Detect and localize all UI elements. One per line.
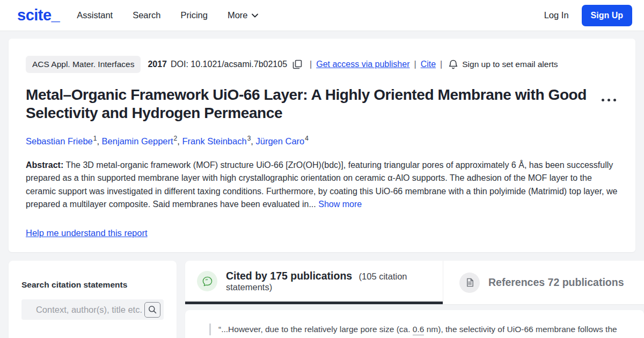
tab-cited-by[interactable]: ” Cited by 175 publications (105 citatio… <box>185 261 443 304</box>
get-access-link[interactable]: Get access via publisher <box>316 60 409 69</box>
author-link[interactable]: Sebastian Friebe <box>26 136 93 146</box>
cite-link[interactable]: Cite <box>421 60 436 69</box>
nav-links: Assistant Search Pricing More <box>77 10 258 20</box>
bell-icon[interactable] <box>449 60 458 70</box>
help-understand-report-link[interactable]: Help me understand this report <box>26 228 148 238</box>
citations-tab-bar: ” Cited by 175 publications (105 citatio… <box>185 261 644 304</box>
citation-search-box <box>21 299 164 320</box>
scite-logo[interactable]: scite_ <box>17 6 60 24</box>
copy-doi-icon[interactable] <box>292 60 302 69</box>
document-icon <box>459 273 480 293</box>
nav-item-assistant[interactable]: Assistant <box>77 10 113 20</box>
citation-statement-card: “...However, due to the relatively large… <box>185 310 644 338</box>
author-link[interactable]: Frank Steinbach <box>182 136 246 146</box>
search-citation-panel: Search citation statements <box>9 261 177 338</box>
login-button[interactable]: Log In <box>544 10 569 20</box>
citation-search-input[interactable] <box>27 305 142 315</box>
signup-button[interactable]: Sign Up <box>582 5 632 26</box>
header-actions: Log In Sign Up <box>544 5 632 26</box>
author-affiliation-sup: 4 <box>305 135 309 142</box>
doi-text: DOI: 10.1021/acsami.7b02105 <box>171 60 287 69</box>
abstract-paragraph: Abstract: The 3D metal-organic framework… <box>26 159 618 211</box>
author-separator: , <box>97 136 101 146</box>
nav-item-pricing[interactable]: Pricing <box>180 10 207 20</box>
authors-line: Sebastian Friebe1, Benjamin Geppert2, Fr… <box>26 135 618 146</box>
search-icon <box>148 305 157 314</box>
author-link[interactable]: Jürgen Caro <box>255 136 304 146</box>
separator: | <box>440 60 442 69</box>
svg-text:”: ” <box>205 277 208 283</box>
tab-references[interactable]: References 72 publications <box>443 261 644 304</box>
citation-highlighted-value[interactable]: 0.6 <box>413 325 425 336</box>
search-citation-heading: Search citation statements <box>21 280 164 290</box>
publication-year: 2017 <box>148 60 167 69</box>
paper-summary-card: ACS Appl. Mater. Interfaces 2017 DOI: 10… <box>9 39 635 252</box>
author-link[interactable]: Benjamin Geppert <box>102 136 173 146</box>
paper-meta-row: ACS Appl. Mater. Interfaces 2017 DOI: 10… <box>26 56 618 73</box>
paper-title: Metal–Organic Framework UiO-66 Layer: A … <box>26 86 618 122</box>
separator: | <box>414 60 416 69</box>
email-alerts-label[interactable]: Sign up to set email alerts <box>462 60 558 69</box>
cited-by-label: Cited by 175 publications <box>226 270 352 282</box>
nav-item-search[interactable]: Search <box>133 10 160 20</box>
more-options-icon[interactable] <box>599 97 618 104</box>
separator: | <box>310 60 312 69</box>
chevron-down-icon <box>252 13 258 18</box>
citation-search-button[interactable] <box>144 302 160 318</box>
citation-suffix: nm), the selectivity of UiO-66 membrane … <box>424 325 617 334</box>
quote-bubble-icon: ” <box>197 271 217 291</box>
references-label: References 72 publications <box>488 276 624 289</box>
citation-statement-text: “...However, due to the relatively large… <box>209 324 623 335</box>
journal-badge[interactable]: ACS Appl. Mater. Interfaces <box>26 56 141 73</box>
top-navigation-bar: scite_ Assistant Search Pricing More Log… <box>0 0 644 31</box>
citation-prefix: “...However, due to the relatively large… <box>218 325 413 334</box>
show-more-link[interactable]: Show more <box>318 200 362 209</box>
nav-item-more-label: More <box>228 10 248 20</box>
abstract-label: Abstract: <box>26 160 63 170</box>
nav-item-more[interactable]: More <box>228 10 258 20</box>
